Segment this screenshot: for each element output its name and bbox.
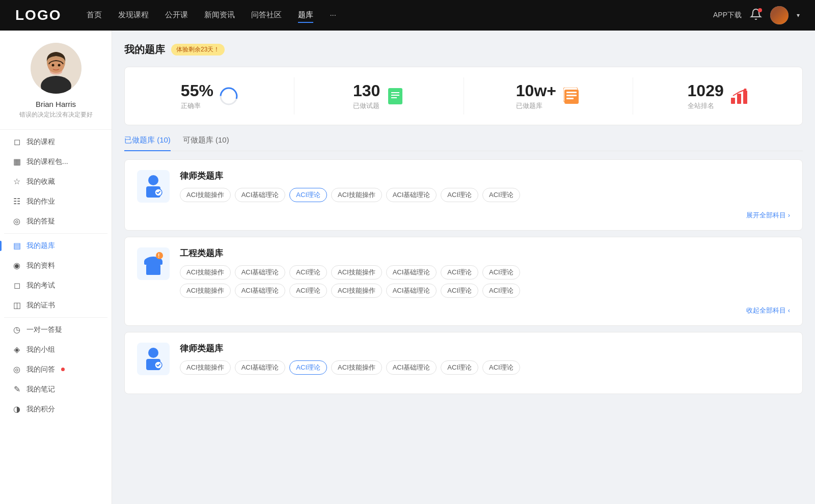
svg-text:!: ! xyxy=(158,253,159,259)
tag-1-6[interactable]: ACI理论 xyxy=(482,188,520,202)
tag-2-3[interactable]: ACI技能操作 xyxy=(331,265,382,279)
collapse-btn-2[interactable]: 收起全部科目 xyxy=(746,306,790,315)
sidebar-divider-2 xyxy=(4,317,107,318)
tutoring-icon: ◷ xyxy=(12,325,21,334)
tab-available-banks[interactable]: 可做题库 (10) xyxy=(183,135,229,151)
sidebar-motto: 错误的决定比没有决定要好 xyxy=(13,110,99,119)
nav-news[interactable]: 新闻资讯 xyxy=(204,8,235,23)
tag-2-9[interactable]: ACI理论 xyxy=(289,284,327,298)
tag-2-13[interactable]: ACI理论 xyxy=(482,284,520,298)
qbank-card-2-content: 工程类题库 ACI技能操作 ACI基础理论 ACI理论 ACI技能操作 ACI基… xyxy=(180,247,790,298)
accuracy-icon xyxy=(220,87,238,105)
sidebar: Brian Harris 错误的决定比没有决定要好 ◻ 我的课程 ▦ 我的课程包… xyxy=(0,31,112,504)
tag-2-7[interactable]: ACI技能操作 xyxy=(180,284,231,298)
qbank-card-2-icon: ! xyxy=(137,247,170,280)
qbank-card-1-tags: ACI技能操作 ACI基础理论 ACI理论 ACI技能操作 ACI基础理论 AC… xyxy=(180,188,790,202)
qbank-card-3-content: 律师类题库 ACI技能操作 ACI基础理论 ACI理论 ACI技能操作 ACI基… xyxy=(180,343,790,375)
sidebar-item-certificate[interactable]: ◫ 我的证书 xyxy=(4,295,107,315)
page-title: 我的题库 xyxy=(124,43,165,57)
qbank-card-3-title: 律师类题库 xyxy=(180,343,790,354)
sidebar-item-questions[interactable]: ◎ 我的问答 xyxy=(4,359,107,379)
qbank-icon: ▤ xyxy=(12,241,21,250)
sidebar-item-qbank[interactable]: ▤ 我的题库 xyxy=(4,236,107,256)
stat-rank: 1029 全站排名 xyxy=(633,77,802,115)
tag-3-2[interactable]: ACI理论 xyxy=(289,360,327,375)
svg-point-20 xyxy=(744,89,746,91)
sidebar-menu: ◻ 我的课程 ▦ 我的课程包... ☆ 我的收藏 ☷ 我的作业 ◎ 我的答疑 xyxy=(0,132,112,419)
sidebar-item-favorites[interactable]: ☆ 我的收藏 xyxy=(4,172,107,191)
svg-rect-17 xyxy=(731,98,735,104)
nav-discover[interactable]: 发现课程 xyxy=(118,8,149,23)
tag-2-8[interactable]: ACI基础理论 xyxy=(235,284,286,298)
stat-rank-number: 1029 全站排名 xyxy=(688,81,724,110)
tag-1-5[interactable]: ACI理论 xyxy=(441,188,478,202)
group-icon: ◈ xyxy=(12,345,21,354)
svg-rect-8 xyxy=(388,88,402,104)
nav-more[interactable]: ··· xyxy=(330,8,336,23)
sidebar-item-points[interactable]: ◑ 我的积分 xyxy=(4,399,107,419)
sidebar-item-profile[interactable]: ◉ 我的资料 xyxy=(4,256,107,275)
sidebar-item-group[interactable]: ◈ 我的小组 xyxy=(4,340,107,359)
sidebar-item-coursepack[interactable]: ▦ 我的课程包... xyxy=(4,152,107,172)
sidebar-item-notes[interactable]: ✎ 我的笔记 xyxy=(4,379,107,399)
homework-icon: ☷ xyxy=(12,197,21,206)
user-avatar[interactable] xyxy=(770,6,789,24)
tag-1-0[interactable]: ACI技能操作 xyxy=(180,188,231,202)
svg-point-5 xyxy=(58,64,60,67)
svg-rect-26 xyxy=(146,265,160,275)
sidebar-item-exam[interactable]: ◻ 我的考试 xyxy=(4,275,107,295)
tab-done-banks[interactable]: 已做题库 (10) xyxy=(124,135,171,151)
sidebar-divider-mid xyxy=(4,233,107,234)
tag-2-1[interactable]: ACI基础理论 xyxy=(235,265,286,279)
tag-2-5[interactable]: ACI理论 xyxy=(441,265,478,279)
tag-3-6[interactable]: ACI理论 xyxy=(482,360,520,375)
tag-1-1[interactable]: ACI基础理论 xyxy=(235,188,286,202)
svg-rect-15 xyxy=(566,98,574,99)
tag-2-11[interactable]: ACI基础理论 xyxy=(386,284,437,298)
tag-3-5[interactable]: ACI理论 xyxy=(441,360,478,375)
nav-qbank[interactable]: 题库 xyxy=(298,8,313,23)
qbank-card-2-title: 工程类题库 xyxy=(180,247,790,259)
svg-point-21 xyxy=(148,175,158,185)
tag-2-6[interactable]: ACI理论 xyxy=(482,265,520,279)
svg-rect-18 xyxy=(737,94,741,104)
svg-rect-13 xyxy=(566,92,577,93)
tag-2-0[interactable]: ACI技能操作 xyxy=(180,265,231,279)
app-download-link[interactable]: APP下载 xyxy=(713,11,742,20)
exam-icon: ◻ xyxy=(12,281,21,290)
sidebar-item-course[interactable]: ◻ 我的课程 xyxy=(4,132,107,152)
tag-2-4[interactable]: ACI基础理论 xyxy=(386,265,437,279)
sidebar-item-tutoring[interactable]: ◷ 一对一答疑 xyxy=(4,320,107,340)
tag-2-10[interactable]: ACI技能操作 xyxy=(331,284,382,298)
tag-3-3[interactable]: ACI技能操作 xyxy=(331,360,382,375)
nav-opencourse[interactable]: 公开课 xyxy=(165,8,188,23)
tag-1-4[interactable]: ACI基础理论 xyxy=(386,188,437,202)
sidebar-item-qa[interactable]: ◎ 我的答疑 xyxy=(4,211,107,231)
nav-home[interactable]: 首页 xyxy=(87,8,102,23)
notification-bell[interactable] xyxy=(750,8,762,22)
expand-btn-1[interactable]: 展开全部科目 xyxy=(746,211,790,220)
qbank-card-1: 律师类题库 ACI技能操作 ACI基础理论 ACI理论 ACI技能操作 ACI基… xyxy=(124,159,803,231)
tag-3-4[interactable]: ACI基础理论 xyxy=(386,360,437,375)
sidebar-avatar xyxy=(31,43,82,94)
course-icon: ◻ xyxy=(12,137,21,147)
tag-1-2[interactable]: ACI理论 xyxy=(289,188,327,202)
done-questions-icon xyxy=(386,87,404,105)
questions-icon: ◎ xyxy=(12,365,21,374)
stat-done-questions-number: 130 已做试题 xyxy=(353,81,380,110)
tag-2-2[interactable]: ACI理论 xyxy=(289,265,327,279)
tag-2-12[interactable]: ACI理论 xyxy=(441,284,478,298)
tag-3-0[interactable]: ACI技能操作 xyxy=(180,360,231,375)
trial-badge: 体验剩余23天！ xyxy=(171,44,225,55)
svg-rect-19 xyxy=(743,91,747,104)
sidebar-username: Brian Harris xyxy=(36,100,76,108)
tag-1-3[interactable]: ACI技能操作 xyxy=(331,188,382,202)
nav-menu: 首页 发现课程 公开课 新闻资讯 问答社区 题库 ··· xyxy=(87,8,713,23)
tag-3-1[interactable]: ACI基础理论 xyxy=(235,360,286,375)
user-menu-arrow[interactable]: ▾ xyxy=(797,12,800,19)
nav-qa[interactable]: 问答社区 xyxy=(251,8,282,23)
notification-dot xyxy=(758,8,762,12)
svg-point-4 xyxy=(51,64,54,67)
sidebar-item-homework[interactable]: ☷ 我的作业 xyxy=(4,191,107,211)
points-icon: ◑ xyxy=(12,404,21,414)
